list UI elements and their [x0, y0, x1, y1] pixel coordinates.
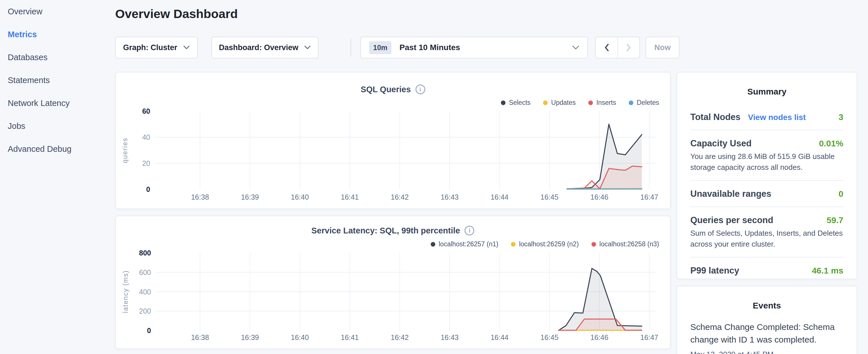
svg-text:16:38: 16:38: [191, 333, 209, 342]
toolbar-divider: [350, 38, 351, 57]
now-button[interactable]: Now: [646, 37, 679, 58]
svg-text:16:43: 16:43: [441, 193, 459, 201]
summary-row-label: Total Nodes: [690, 112, 741, 122]
summary-rows: Total NodesView nodes list3Capacity Used…: [690, 104, 843, 283]
summary-row-value: 59.7: [827, 215, 843, 225]
legend-label: localhost:26259 (n2): [519, 240, 579, 248]
legend-label: localhost:26258 (n3): [599, 240, 659, 248]
legend-item[interactable]: Selects: [501, 99, 530, 106]
summary-row-description: Sum of Selects, Updates, Inserts, and De…: [690, 228, 843, 250]
service-latency-chart[interactable]: 16:3816:3916:4016:4116:4216:4316:4416:45…: [116, 216, 670, 349]
graph-scope-dropdown-label: Graph: Cluster: [123, 43, 177, 52]
legend-item[interactable]: localhost:26257 (n1): [431, 240, 498, 248]
chart-legend: SelectsUpdatesInsertsDeletes: [501, 99, 659, 106]
svg-text:16:41: 16:41: [341, 193, 359, 201]
chevron-left-icon: [604, 43, 610, 52]
info-icon[interactable]: i: [465, 226, 474, 235]
events-title: Events: [677, 301, 857, 311]
svg-text:800: 800: [139, 249, 151, 257]
event-text: Schema Change Completed: Schema change w…: [690, 321, 843, 346]
svg-text:16:42: 16:42: [391, 333, 409, 342]
dashboard-dropdown[interactable]: Dashboard: Overview: [212, 37, 318, 58]
chevron-down-icon: [183, 45, 190, 50]
summary-row-label: Capacity Used: [690, 138, 752, 149]
time-range-badge: 10m: [369, 41, 392, 54]
svg-text:16:44: 16:44: [491, 193, 509, 201]
legend-item[interactable]: localhost:26259 (n2): [511, 240, 579, 248]
summary-row-value: 3: [838, 112, 843, 122]
svg-text:16:41: 16:41: [341, 333, 359, 342]
legend-dot-icon: [629, 100, 633, 105]
sidebar-item-jobs[interactable]: Jobs: [0, 115, 115, 137]
svg-text:16:45: 16:45: [540, 333, 559, 342]
svg-text:16:44: 16:44: [491, 333, 509, 342]
sidebar-item-advanced-debug[interactable]: Advanced Debug: [0, 137, 115, 160]
legend-item[interactable]: Updates: [543, 99, 576, 106]
summary-row: Total NodesView nodes list3: [690, 104, 843, 130]
sidebar-item-metrics[interactable]: Metrics: [0, 23, 115, 46]
summary-panel: Summary Total NodesView nodes list3Capac…: [677, 72, 857, 279]
svg-text:16:38: 16:38: [191, 193, 209, 201]
sidebar-item-overview[interactable]: Overview: [0, 0, 115, 23]
svg-text:16:45: 16:45: [540, 193, 559, 201]
summary-row-value: 0: [838, 189, 843, 199]
svg-text:16:40: 16:40: [291, 333, 309, 342]
legend-label: Deletes: [637, 99, 659, 106]
svg-text:latency (ms): latency (ms): [122, 270, 129, 313]
svg-text:600: 600: [139, 268, 151, 277]
sidebar-item-databases[interactable]: Databases: [0, 46, 115, 69]
time-backward-button[interactable]: [596, 37, 617, 58]
legend-label: Selects: [509, 99, 530, 106]
svg-text:16:42: 16:42: [391, 193, 409, 201]
legend-item[interactable]: localhost:26258 (n3): [591, 240, 659, 248]
sidebar-nav: OverviewMetricsDatabasesStatementsNetwor…: [0, 0, 115, 354]
events-list: Schema Change Completed: Schema change w…: [690, 321, 843, 354]
time-forward-button[interactable]: [617, 37, 639, 58]
time-range-picker[interactable]: 10m Past 10 Minutes: [361, 37, 588, 58]
svg-text:16:46: 16:46: [590, 333, 608, 342]
svg-text:400: 400: [139, 288, 151, 296]
summary-row-value: 0.01%: [819, 139, 843, 148]
chart-title-text: SQL Queries: [361, 85, 411, 94]
legend-item[interactable]: Deletes: [629, 99, 659, 106]
chart-title: SQL Queries i: [116, 85, 670, 94]
legend-dot-icon: [431, 242, 435, 247]
dashboard-dropdown-label: Dashboard: Overview: [219, 43, 299, 52]
svg-text:16:39: 16:39: [241, 193, 259, 201]
svg-text:16:47: 16:47: [641, 193, 658, 201]
event-timestamp: May 13, 2020 at 4:45 PM: [690, 350, 843, 354]
chevron-down-icon: [572, 45, 580, 50]
legend-label: Updates: [551, 99, 576, 106]
legend-dot-icon: [591, 242, 596, 247]
legend-label: localhost:26257 (n1): [439, 240, 498, 248]
time-range-label: Past 10 Minutes: [400, 43, 564, 52]
svg-text:16:46: 16:46: [590, 193, 608, 201]
legend-label: Inserts: [596, 99, 616, 106]
svg-text:0: 0: [147, 326, 151, 334]
summary-row: Unavailable ranges0: [690, 181, 843, 207]
event-item[interactable]: Schema Change Completed: Schema change w…: [690, 321, 843, 354]
summary-row-label: Unavailable ranges: [690, 189, 771, 199]
summary-row-label: P99 latency: [690, 265, 739, 276]
chart-title-text: Service Latency: SQL, 99th percentile: [311, 226, 460, 235]
info-icon[interactable]: i: [415, 85, 425, 94]
graph-scope-dropdown[interactable]: Graph: Cluster: [115, 37, 198, 58]
view-nodes-link[interactable]: View nodes list: [748, 113, 806, 122]
legend-item[interactable]: Inserts: [588, 99, 616, 106]
svg-text:16:43: 16:43: [441, 333, 459, 342]
svg-text:200: 200: [139, 307, 151, 315]
summary-row: P99 latency46.1 ms: [690, 257, 843, 283]
sidebar-item-list: OverviewMetricsDatabasesStatementsNetwor…: [0, 0, 115, 160]
sidebar-item-statements[interactable]: Statements: [0, 69, 115, 92]
chart-legend: localhost:26257 (n1)localhost:26259 (n2)…: [431, 240, 659, 248]
svg-text:40: 40: [142, 133, 150, 141]
summary-row: Queries per second59.7Sum of Selects, Up…: [690, 207, 843, 257]
service-latency-chart-card: 16:3816:3916:4016:4116:4216:4316:4416:45…: [115, 216, 671, 349]
sidebar-item-network-latency[interactable]: Network Latency: [0, 92, 115, 115]
legend-dot-icon: [588, 100, 593, 105]
summary-row-description: You are using 28.6 MiB of 515.9 GiB usab…: [690, 151, 843, 173]
svg-text:0: 0: [146, 185, 150, 193]
sql-queries-chart-card: 16:3816:3916:4016:4116:4216:4316:4416:45…: [115, 72, 671, 209]
chevron-down-icon: [304, 45, 311, 50]
legend-dot-icon: [511, 242, 516, 247]
